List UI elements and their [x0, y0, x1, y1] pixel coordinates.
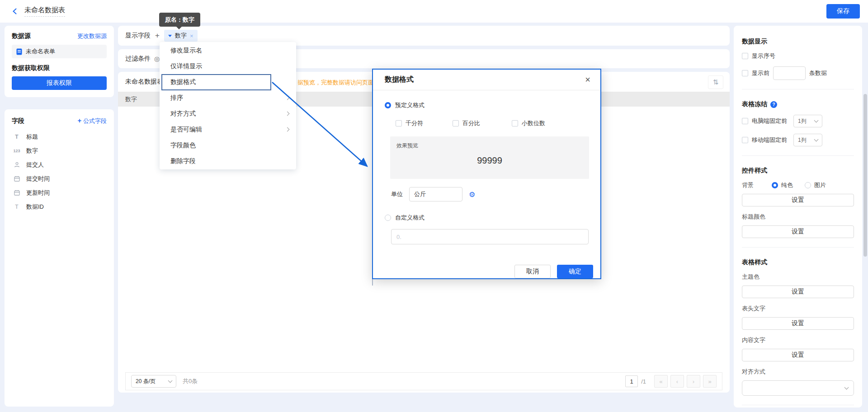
content-text-set-button[interactable]: 设置	[742, 349, 854, 361]
percentage-option[interactable]: 百分比	[453, 119, 512, 127]
datasource-card: 数据源 更改数据源 未命名表单 数据获取权限 报表权限	[5, 26, 114, 97]
predefined-radio[interactable]	[385, 102, 391, 108]
bg-image-radio-group[interactable]: 图片	[805, 181, 826, 189]
next-page-button[interactable]: ›	[687, 375, 700, 388]
menu-item-sort[interactable]: 排序	[160, 90, 296, 106]
total-count: 共0条	[183, 377, 198, 385]
plus-icon: +	[78, 117, 82, 124]
align-label: 对齐方式	[742, 368, 854, 376]
header-text-set-button[interactable]: 设置	[742, 317, 854, 330]
chevron-right-icon	[285, 112, 290, 116]
custom-format-option[interactable]: 自定义格式	[385, 214, 589, 222]
cancel-button[interactable]: 取消	[514, 265, 551, 278]
data-display-header: 数据显示	[742, 37, 854, 46]
thousand-separator-option[interactable]: 千分符	[396, 119, 453, 127]
chevron-right-icon	[285, 127, 290, 132]
page-scrollbar[interactable]	[863, 94, 867, 257]
menu-item-delete-field[interactable]: 删除字段	[160, 153, 296, 169]
field-item-submitter[interactable]: 提交人	[12, 158, 107, 172]
menu-item-data-format[interactable]: 数据格式	[160, 74, 296, 90]
filter-label: 过滤条件	[125, 55, 151, 63]
target-icon[interactable]: ◎	[154, 55, 160, 62]
freeze-mobile-checkbox[interactable]	[742, 137, 748, 143]
annotation-line	[372, 279, 373, 286]
preview-value: 99999	[390, 155, 589, 166]
show-first-count-input[interactable]	[773, 66, 806, 80]
report-permission-button[interactable]: 报表权限	[12, 76, 107, 90]
page-of-label: /1	[641, 378, 646, 385]
content-text-label: 内容文字	[742, 336, 854, 344]
close-icon[interactable]: ×	[585, 75, 590, 85]
divider	[742, 89, 854, 89]
custom-format-input[interactable]	[391, 229, 589, 244]
sort-icon[interactable]: ⇅	[708, 75, 723, 89]
original-name-tooltip: 原名：数字	[159, 13, 200, 27]
menu-item-field-color[interactable]: 字段颜色	[160, 137, 296, 153]
title-color-set-button[interactable]: 设置	[742, 225, 854, 238]
menu-item-align[interactable]: 对齐方式	[160, 106, 296, 122]
confirm-button[interactable]: 确定	[557, 265, 593, 278]
field-item-title[interactable]: T 标题	[12, 130, 107, 144]
page-number-input[interactable]: 1	[625, 375, 638, 387]
decimal-places-option[interactable]: 小数位数	[512, 119, 545, 127]
menu-item-editable[interactable]: 是否可编辑	[160, 122, 296, 137]
last-page-button[interactable]: »	[703, 375, 717, 388]
field-item-number[interactable]: 123 数字	[12, 144, 107, 158]
chevron-down-icon	[168, 379, 173, 383]
data-access-header: 数据获取权限	[12, 64, 107, 72]
freeze-pc-checkbox[interactable]	[742, 118, 748, 124]
prev-page-button[interactable]: ‹	[670, 375, 684, 388]
freeze-mobile-cols-select[interactable]: 1列	[793, 134, 822, 146]
fields-card: 字段 + 公式字段 T 标题 123 数字 提交人 提交时间	[5, 109, 114, 407]
menu-item-detail-only[interactable]: 仅详情显示	[160, 58, 296, 74]
back-icon[interactable]	[11, 7, 19, 15]
decimal-places-checkbox[interactable]	[512, 120, 518, 126]
text-icon: T	[12, 134, 22, 140]
page-size-select[interactable]: 20 条/页	[131, 375, 176, 388]
freeze-mobile-label: 移动端固定前	[752, 136, 790, 144]
first-page-button[interactable]: «	[654, 375, 668, 388]
text-icon: T	[12, 204, 22, 210]
show-index-checkbox[interactable]	[742, 53, 748, 59]
datasource-item[interactable]: 未命名表单	[12, 45, 107, 58]
add-display-field-icon[interactable]: +	[155, 31, 160, 40]
freeze-pc-cols-select[interactable]: 1列	[793, 115, 822, 127]
chevron-down-icon	[814, 137, 819, 142]
field-item-data-id[interactable]: T 数据ID	[12, 200, 107, 214]
preview-notice: 据预览，完整数据请访问页面	[297, 79, 374, 87]
freeze-pc-label: 电脑端固定前	[752, 117, 790, 125]
gear-icon[interactable]: ⚙	[469, 190, 475, 199]
save-button[interactable]: 保存	[826, 4, 860, 19]
page-title[interactable]: 未命名数据表	[24, 6, 65, 17]
add-formula-field-button[interactable]: + 公式字段	[78, 117, 107, 125]
title-color-label: 标题颜色	[742, 213, 854, 221]
percentage-checkbox[interactable]	[453, 120, 459, 126]
preview-box: 效果预览 99999	[390, 136, 589, 179]
thousand-separator-checkbox[interactable]	[396, 120, 402, 126]
custom-radio[interactable]	[385, 215, 391, 221]
theme-color-set-button[interactable]: 设置	[742, 286, 854, 298]
display-fields-label: 显示字段	[125, 32, 151, 40]
field-context-menu: 修改显示名 仅详情显示 数据格式 排序 对齐方式 是否可编辑 字段颜色 删除字段	[160, 42, 296, 169]
calendar-icon	[12, 190, 22, 196]
align-select[interactable]	[742, 380, 854, 396]
background-set-button[interactable]: 设置	[742, 194, 854, 206]
header-text-label: 表头文字	[742, 304, 854, 313]
solid-radio[interactable]	[772, 182, 778, 188]
remove-field-icon[interactable]: ×	[190, 33, 193, 39]
change-datasource-link[interactable]: 更改数据源	[77, 32, 107, 40]
image-radio[interactable]	[805, 182, 811, 188]
predefined-format-option[interactable]: 预定义格式	[385, 101, 589, 109]
custom-label: 自定义格式	[395, 214, 425, 222]
rows-suffix-label: 条数据	[809, 69, 827, 77]
field-item-update-time[interactable]: 更新时间	[12, 186, 107, 200]
unit-input[interactable]	[409, 187, 462, 201]
show-first-checkbox[interactable]	[742, 70, 748, 76]
field-tab-number[interactable]: 数字 ×	[164, 30, 198, 42]
menu-item-rename[interactable]: 修改显示名	[160, 42, 296, 58]
settings-panel: 数据显示 显示序号 显示前 条数据 表格冻结 ? 电脑端固定前 1列 移动端固定…	[734, 26, 862, 407]
data-format-modal: 数据格式 × 预定义格式 千分符 百分比 小数位数 效果预览 99999	[372, 69, 601, 279]
question-icon[interactable]: ?	[770, 101, 777, 108]
field-item-submit-time[interactable]: 提交时间	[12, 172, 107, 186]
bg-solid-radio-group[interactable]: 纯色	[772, 181, 793, 189]
